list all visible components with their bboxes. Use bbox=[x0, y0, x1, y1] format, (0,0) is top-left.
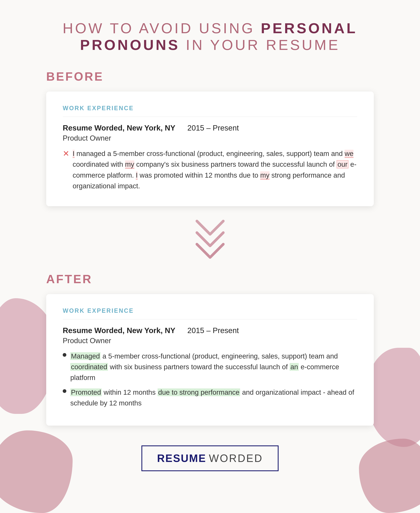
title-bold-personal: PERSONAL bbox=[261, 20, 357, 36]
after-company-line: Resume Worded, New York, NY 2015 – Prese… bbox=[63, 326, 357, 335]
after-company-name: Resume Worded, New York, NY bbox=[63, 326, 175, 335]
transition-arrows bbox=[46, 216, 374, 262]
after-work-exp-label: WORK EXPERIENCE bbox=[63, 307, 357, 314]
after-job-title: Product Owner bbox=[63, 336, 357, 345]
before-work-exp-label: WORK EXPERIENCE bbox=[63, 105, 357, 112]
before-job-title: Product Owner bbox=[63, 134, 357, 142]
before-dates: 2015 – Present bbox=[187, 124, 239, 132]
title-line-1: HOW TO AVOID USING PERSONAL bbox=[46, 20, 374, 37]
before-resume-card: WORK EXPERIENCE Resume Worded, New York,… bbox=[46, 92, 374, 206]
before-label: BEFORE bbox=[46, 70, 374, 83]
before-company-name: Resume Worded, New York, NY bbox=[63, 124, 175, 132]
blob-decoration-right bbox=[367, 348, 420, 447]
after-bullet-1: Managed a 5-member cross-functional (pro… bbox=[63, 351, 357, 383]
red-x-icon: ✕ bbox=[63, 149, 69, 158]
highlight-due-to-strong: due to strong performance bbox=[158, 389, 240, 396]
footer-section: RESUME WORDED bbox=[46, 445, 374, 471]
main-title: HOW TO AVOID USING PERSONAL PRONOUNS IN … bbox=[46, 20, 374, 53]
brand-resume-text: RESUME bbox=[157, 452, 206, 464]
title-line-2: PRONOUNS IN YOUR RESUME bbox=[46, 37, 374, 53]
after-bullet-2: Promoted within 12 months due to strong … bbox=[63, 387, 357, 408]
chevron-arrows-svg bbox=[192, 216, 228, 262]
before-bullet-item: ✕ I managed a 5-member cross-functional … bbox=[63, 148, 357, 191]
brand-worded-text: WORDED bbox=[209, 452, 263, 464]
highlight-promoted: Promoted bbox=[70, 389, 102, 396]
bullet-dot-1 bbox=[63, 353, 66, 357]
page-wrapper: HOW TO AVOID USING PERSONAL PRONOUNS IN … bbox=[0, 0, 420, 513]
highlight-managed: Managed bbox=[70, 352, 100, 360]
title-bold-pronouns: PRONOUNS bbox=[80, 37, 180, 53]
highlight-my-1: my bbox=[125, 160, 134, 169]
main-content: HOW TO AVOID USING PERSONAL PRONOUNS IN … bbox=[46, 20, 374, 471]
after-divider bbox=[63, 319, 357, 319]
before-company-line: Resume Worded, New York, NY 2015 – Prese… bbox=[63, 124, 357, 132]
before-bullet-text: I managed a 5-member cross-functional (p… bbox=[73, 148, 357, 191]
after-label: AFTER bbox=[46, 272, 374, 286]
after-bullet-text-1: Managed a 5-member cross-functional (pro… bbox=[70, 351, 357, 383]
highlight-I-1: I bbox=[73, 150, 75, 158]
highlight-coordinated: coordinated bbox=[70, 363, 108, 371]
highlight-our: our bbox=[337, 160, 348, 168]
highlight-an: an bbox=[290, 363, 299, 371]
highlight-my-2: my bbox=[260, 171, 270, 179]
bullet-dot-2 bbox=[63, 389, 66, 393]
after-resume-card: WORK EXPERIENCE Resume Worded, New York,… bbox=[46, 294, 374, 426]
after-bullet-text-2: Promoted within 12 months due to strong … bbox=[70, 387, 357, 408]
highlight-I-2: I bbox=[136, 171, 138, 179]
after-dates: 2015 – Present bbox=[187, 326, 239, 335]
brand-logo-box[interactable]: RESUME WORDED bbox=[142, 445, 278, 471]
highlight-we: we bbox=[345, 150, 353, 158]
